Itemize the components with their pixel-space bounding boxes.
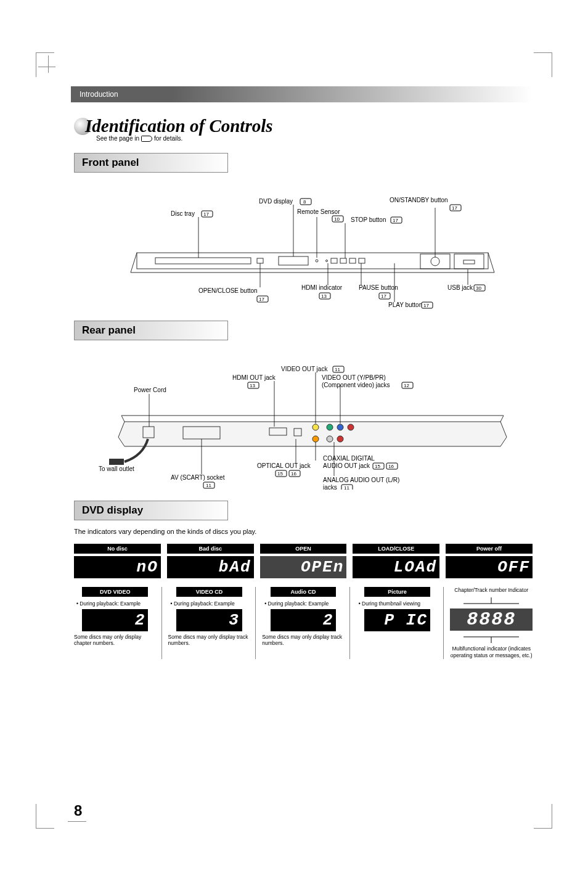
- svg-rect-72: [109, 459, 124, 465]
- svg-text:AUDIO OUT jack: AUDIO OUT jack: [323, 462, 370, 469]
- svg-text:PLAY button: PLAY button: [388, 301, 422, 308]
- svg-line-2: [488, 253, 494, 272]
- svg-text:15: 15: [277, 471, 283, 477]
- svg-text:11: 11: [335, 367, 340, 372]
- page-number: 8: [74, 802, 82, 819]
- svg-text:16: 16: [291, 471, 296, 477]
- picture-label: Picture: [364, 587, 430, 597]
- svg-line-58: [121, 416, 125, 422]
- svg-text:17: 17: [381, 293, 386, 299]
- open-label: OPEN: [260, 544, 347, 554]
- power-off-label: Power off: [446, 544, 533, 554]
- display-row1: No disc nO Bad disc bAd OPEN OPEn LOAD/C…: [74, 544, 533, 578]
- dvd-video-label: DVD VIDEO: [82, 587, 148, 597]
- svg-text:AV (SCART) socket: AV (SCART) socket: [171, 474, 225, 481]
- svg-text:17: 17: [423, 303, 429, 308]
- front-panel-diagram: DVD display Disc tray Remote Sensor STOP…: [74, 180, 533, 309]
- rear-panel-heading: Rear panel: [74, 321, 228, 340]
- svg-rect-9: [349, 258, 356, 263]
- svg-point-68: [348, 424, 354, 430]
- svg-text:VIDEO OUT jack: VIDEO OUT jack: [281, 366, 328, 372]
- load-close-label: LOAD/CLOSE: [353, 544, 439, 554]
- svg-text:Remote Sensor: Remote Sensor: [297, 208, 340, 215]
- section-header: Introduction: [71, 86, 533, 102]
- svg-text:15: 15: [375, 464, 380, 469]
- svg-marker-57: [118, 422, 507, 446]
- svg-text:11: 11: [206, 483, 211, 488]
- svg-point-16: [431, 257, 439, 266]
- svg-text:DVD display: DVD display: [259, 198, 293, 205]
- svg-rect-7: [331, 258, 337, 263]
- svg-text:13: 13: [321, 293, 327, 299]
- svg-text:(Component video) jacks: (Component video) jacks: [322, 382, 390, 388]
- svg-text:HDMI indicator: HDMI indicator: [301, 284, 343, 291]
- svg-rect-4: [155, 258, 251, 264]
- chapter-track-indicator-label: Chapter/Track number Indicator: [454, 587, 528, 594]
- bad-disc-label: Bad disc: [167, 544, 254, 554]
- svg-point-71: [337, 436, 343, 442]
- audio-cd-label: Audio CD: [271, 587, 337, 597]
- svg-line-1: [131, 253, 137, 272]
- svg-rect-13: [454, 254, 484, 269]
- svg-text:VIDEO OUT (Y/PB/PR): VIDEO OUT (Y/PB/PR): [322, 374, 386, 381]
- svg-point-12: [326, 260, 328, 262]
- svg-rect-11: [257, 258, 263, 263]
- svg-text:17: 17: [452, 205, 457, 211]
- svg-text:30: 30: [476, 285, 481, 291]
- svg-text:To wall outlet: To wall outlet: [99, 465, 134, 472]
- svg-text:10: 10: [334, 216, 340, 222]
- svg-text:STOP button: STOP button: [351, 216, 386, 223]
- svg-text:HDMI OUT jack: HDMI OUT jack: [232, 374, 276, 381]
- svg-point-65: [312, 424, 319, 430]
- svg-text:17: 17: [203, 211, 209, 217]
- svg-point-67: [337, 424, 343, 430]
- video-cd-label: VIDEO CD: [176, 587, 242, 597]
- svg-rect-8: [340, 258, 346, 263]
- rear-panel-diagram: VIDEO OUT jack HDMI OUT jack Power Cord …: [74, 348, 533, 490]
- svg-text:Power Cord: Power Cord: [134, 387, 166, 393]
- svg-text:ON/STANDBY button: ON/STANDBY button: [390, 197, 448, 203]
- svg-text:PAUSE button: PAUSE button: [359, 284, 398, 291]
- svg-rect-10: [359, 258, 365, 263]
- svg-point-66: [327, 424, 333, 430]
- display-intro: The indicators vary depending on the kin…: [74, 528, 533, 535]
- svg-point-70: [327, 436, 333, 442]
- page-title: Identification of Controls: [85, 116, 273, 136]
- svg-text:17: 17: [259, 297, 264, 302]
- svg-text:OPTICAL OUT jack: OPTICAL OUT jack: [257, 462, 311, 469]
- svg-text:jacks: jacks: [322, 484, 337, 490]
- svg-text:12: 12: [404, 383, 409, 388]
- svg-rect-14: [463, 260, 475, 264]
- svg-rect-0: [137, 253, 488, 269]
- no-disc-label: No disc: [74, 544, 161, 554]
- svg-text:16: 16: [388, 464, 394, 469]
- svg-point-6: [316, 260, 318, 262]
- svg-text:USB jack: USB jack: [447, 284, 473, 291]
- svg-text:COAXIAL DIGITAL: COAXIAL DIGITAL: [323, 455, 375, 462]
- svg-text:8: 8: [303, 199, 306, 205]
- display-row2: DVD VIDEO • During playback: Example 2 S…: [74, 587, 533, 659]
- svg-text:17: 17: [393, 218, 398, 223]
- svg-text:Disc tray: Disc tray: [171, 210, 195, 217]
- dvd-display-heading: DVD display: [74, 501, 228, 520]
- multifunctional-indicator-caption: Multifunctional indicator (indicates ope…: [450, 645, 533, 659]
- svg-text:ANALOG AUDIO OUT (L/R): ANALOG AUDIO OUT (L/R): [323, 477, 399, 483]
- front-panel-heading: Front panel: [74, 153, 228, 173]
- svg-rect-5: [279, 256, 308, 265]
- svg-point-69: [312, 436, 319, 442]
- svg-line-59: [500, 416, 504, 422]
- svg-text:13: 13: [250, 383, 255, 388]
- svg-text:OPEN/CLOSE button: OPEN/CLOSE button: [198, 287, 258, 294]
- svg-text:11: 11: [344, 485, 349, 490]
